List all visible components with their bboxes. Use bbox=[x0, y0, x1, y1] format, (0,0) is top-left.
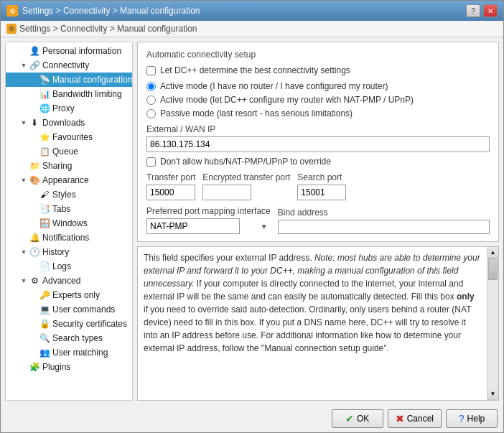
sidebar-item-tabs[interactable]: 📑 Tabs bbox=[6, 202, 132, 216]
sidebar-item-proxy[interactable]: 🌐 Proxy bbox=[6, 101, 132, 116]
sidebar-item-favourites[interactable]: ⭐ Favourites bbox=[6, 130, 132, 144]
sidebar-item-advanced[interactable]: ▼ ⚙ Advanced bbox=[6, 274, 132, 288]
sidebar-item-bandwidth-limiting[interactable]: 📊 Bandwidth limiting bbox=[6, 87, 132, 101]
sidebar-item-label: Advanced bbox=[42, 276, 80, 286]
sidebar-item-security-certificates[interactable]: 🔒 Security certificates bbox=[6, 317, 132, 331]
encrypted-port-label: Encrypted transfer port bbox=[202, 172, 290, 182]
help-button[interactable]: ? Help bbox=[446, 409, 498, 428]
scroll-up-button[interactable]: ▲ bbox=[487, 247, 498, 259]
search-port-group: Search port bbox=[297, 172, 346, 200]
cancel-label: Cancel bbox=[407, 414, 434, 424]
expander-downloads: ▼ bbox=[19, 118, 29, 128]
expander bbox=[29, 146, 39, 157]
sidebar-item-label: Favourites bbox=[52, 132, 93, 142]
sidebar: 👤 Personal information ▼ 🔗 Connectivity … bbox=[5, 42, 133, 401]
breadcrumb-icon: ⚙ bbox=[6, 24, 17, 34]
experts-icon: 🔑 bbox=[39, 289, 50, 301]
manual-config-icon: 📡 bbox=[39, 74, 50, 85]
sharing-icon: 📁 bbox=[29, 160, 40, 172]
transfer-port-input[interactable] bbox=[146, 185, 195, 200]
sidebar-item-user-commands[interactable]: 💻 User commands bbox=[6, 302, 132, 317]
cancel-icon: ✖ bbox=[396, 413, 404, 424]
bind-address-input[interactable] bbox=[278, 220, 490, 234]
scroll-down-button[interactable]: ▼ bbox=[487, 388, 498, 400]
sidebar-item-plugins[interactable]: 🧩 Plugins bbox=[6, 360, 132, 374]
sidebar-item-label: Sharing bbox=[42, 161, 72, 171]
sidebar-item-label: Logs bbox=[52, 261, 71, 271]
sidebar-item-appearance[interactable]: ▼ 🎨 Appearance bbox=[6, 173, 132, 187]
search-port-input[interactable] bbox=[297, 185, 346, 200]
expander bbox=[29, 218, 39, 228]
sidebar-item-label: Windows bbox=[52, 218, 88, 228]
expander bbox=[19, 233, 29, 243]
sidebar-item-search-types[interactable]: 🔍 Search types bbox=[6, 331, 132, 345]
expander bbox=[19, 161, 29, 171]
expander bbox=[29, 290, 39, 300]
ok-label: OK bbox=[357, 414, 369, 424]
sidebar-item-downloads[interactable]: ▼ ⬇ Downloads bbox=[6, 116, 132, 130]
radio-active-nat-label: Active mode (let DC++ configure my route… bbox=[160, 95, 414, 105]
sidebar-item-connectivity[interactable]: ▼ 🔗 Connectivity bbox=[6, 58, 132, 73]
sidebar-item-user-matching[interactable]: 👥 User matching bbox=[6, 345, 132, 360]
ok-button[interactable]: ✔ OK bbox=[332, 409, 383, 428]
let-dc-checkbox[interactable] bbox=[146, 66, 156, 75]
sidebar-item-label: Styles bbox=[52, 190, 76, 200]
settings-window: ⚙ Settings > Connectivity > Manual confi… bbox=[0, 0, 504, 433]
transfer-port-label: Transfer port bbox=[146, 172, 195, 182]
let-dc-label: Let DC++ determine the best connectivity… bbox=[160, 65, 350, 75]
expander-history: ▼ bbox=[19, 247, 29, 257]
section-title: Automatic connectivity setup bbox=[146, 50, 490, 60]
sidebar-item-windows[interactable]: 🪟 Windows bbox=[6, 216, 132, 231]
tabs-icon: 📑 bbox=[39, 203, 50, 215]
advanced-icon: ⚙ bbox=[29, 275, 40, 287]
sidebar-item-styles[interactable]: 🖌 Styles bbox=[6, 187, 132, 202]
radio-active-router[interactable] bbox=[146, 82, 156, 91]
port-row: Transfer port Encrypted transfer port Se… bbox=[146, 172, 490, 200]
scroll-thumb[interactable] bbox=[488, 259, 498, 280]
sidebar-item-queue[interactable]: 📋 Queue bbox=[6, 144, 132, 159]
dont-allow-checkbox[interactable] bbox=[146, 157, 156, 167]
right-panel: Automatic connectivity setup Let DC++ de… bbox=[137, 42, 499, 401]
sidebar-item-label: Proxy bbox=[52, 103, 75, 113]
sidebar-item-sharing[interactable]: 📁 Sharing bbox=[6, 159, 132, 173]
help-icon: ? bbox=[459, 413, 465, 424]
sidebar-item-history[interactable]: ▼ 🕐 History bbox=[6, 245, 132, 259]
sidebar-item-notifications[interactable]: 🔔 Notifications bbox=[6, 231, 132, 245]
bottom-bar: ✔ OK ✖ Cancel ? Help bbox=[1, 405, 503, 432]
port-mapping-select[interactable]: NAT-PMP UPnP None bbox=[146, 218, 240, 234]
bind-address-label: Bind address bbox=[278, 208, 490, 218]
transfer-port-group: Transfer port bbox=[146, 172, 195, 200]
close-button[interactable]: ✕ bbox=[483, 4, 498, 17]
sidebar-item-label: Manual configuration bbox=[52, 75, 132, 85]
history-icon: 🕐 bbox=[29, 246, 40, 258]
radio-passive[interactable] bbox=[146, 109, 156, 118]
external-ip-input[interactable] bbox=[146, 136, 490, 152]
select-arrow-icon: ▼ bbox=[261, 223, 268, 231]
sidebar-item-label: Tabs bbox=[52, 204, 70, 214]
sidebar-item-experts-only[interactable]: 🔑 Experts only bbox=[6, 288, 132, 302]
radio-active-nat-row: Active mode (let DC++ configure my route… bbox=[146, 95, 490, 105]
sidebar-item-label: Appearance bbox=[42, 175, 89, 185]
favourites-icon: ⭐ bbox=[39, 131, 50, 143]
user-matching-icon: 👥 bbox=[39, 347, 50, 358]
encrypted-port-input[interactable] bbox=[202, 185, 251, 200]
radio-passive-row: Passive mode (last resort - has serious … bbox=[146, 108, 490, 118]
sidebar-item-manual-configuration[interactable]: 📡 Manual configuration bbox=[6, 73, 132, 87]
breadcrumb-text: Settings > Connectivity > Manual configu… bbox=[19, 24, 197, 34]
bind-address-group: Bind address bbox=[278, 208, 490, 234]
sidebar-item-label: Connectivity bbox=[42, 60, 89, 70]
cancel-button[interactable]: ✖ Cancel bbox=[388, 409, 442, 428]
info-box: This field specifies your external IP ad… bbox=[137, 246, 499, 401]
radio-active-router-row: Active mode (I have no router / I have c… bbox=[146, 81, 490, 91]
title-bar-buttons: ? ✕ bbox=[466, 4, 498, 17]
sidebar-item-logs[interactable]: 📄 Logs bbox=[6, 259, 132, 274]
help-title-button[interactable]: ? bbox=[466, 4, 480, 17]
addr-row: Preferred port mapping interface NAT-PMP… bbox=[146, 206, 490, 234]
radio-active-nat[interactable] bbox=[146, 96, 156, 105]
expander-appearance: ▼ bbox=[19, 175, 29, 185]
sidebar-item-personal-information[interactable]: 👤 Personal information bbox=[6, 44, 132, 58]
styles-icon: 🖌 bbox=[39, 189, 50, 200]
connectivity-settings-box: Automatic connectivity setup Let DC++ de… bbox=[137, 42, 499, 242]
sidebar-item-label: Bandwidth limiting bbox=[52, 89, 122, 99]
expander bbox=[19, 362, 29, 372]
